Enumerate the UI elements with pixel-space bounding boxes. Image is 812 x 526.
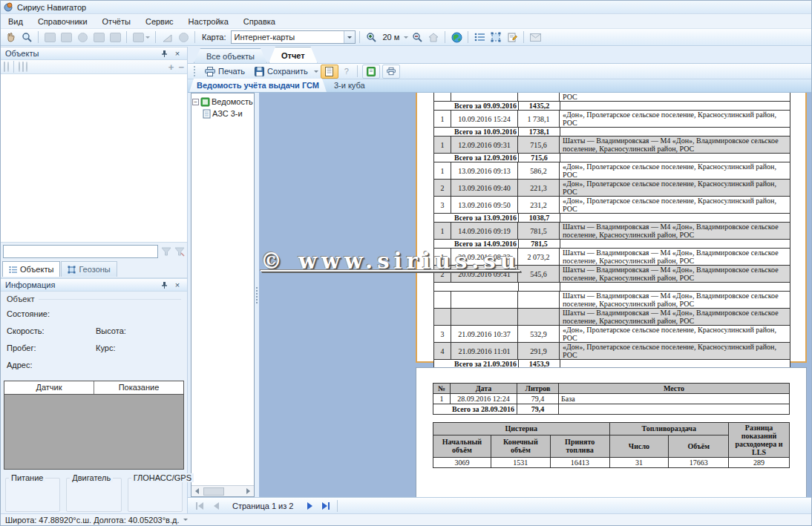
tab-all-objects[interactable]: Все объекты	[194, 48, 267, 63]
next-page-button[interactable]	[302, 499, 317, 513]
zoom-out-icon[interactable]	[410, 30, 425, 45]
notes-icon[interactable]	[505, 30, 520, 45]
add-object-button[interactable]: +	[168, 62, 174, 73]
tree-horizontal-scrollbar[interactable]	[191, 485, 254, 496]
help-button[interactable]: ?	[341, 65, 353, 79]
clear-filter-icon[interactable]	[174, 246, 185, 257]
area-measure-icon[interactable]	[176, 30, 191, 45]
flag-icon[interactable]	[108, 30, 122, 45]
tab-objects[interactable]: Объекты	[2, 261, 60, 277]
save-options-caret[interactable]	[314, 70, 318, 73]
select-polygon-icon[interactable]	[59, 30, 73, 45]
sensor-table-body[interactable]	[4, 395, 183, 469]
last-page-button[interactable]	[318, 499, 333, 513]
tree-item-vedomost[interactable]: − Ведомость	[192, 96, 253, 108]
col-final-volume: Конечный объём	[491, 435, 550, 457]
menu-servis[interactable]: Сервис	[138, 16, 181, 27]
object-filter-input[interactable]	[3, 245, 158, 258]
zoom-tool-icon[interactable]	[19, 30, 34, 45]
sphere-icon[interactable]	[26, 62, 27, 71]
report-viewer[interactable]: РОСВсего за 09.09.20161435,2110.09.2016 …	[259, 93, 811, 497]
menu-vid[interactable]: Вид	[1, 16, 30, 27]
object-list-icon[interactable]	[472, 30, 487, 45]
scroll-left-arrow[interactable]	[191, 486, 203, 496]
layers-dropdown-icon[interactable]	[131, 30, 151, 45]
report-cell	[434, 309, 451, 325]
tab-all-objects-label: Все объекты	[206, 52, 255, 61]
pan-hand-icon[interactable]	[3, 30, 18, 45]
toolbar-separator	[38, 31, 39, 43]
zoom-in-icon[interactable]	[364, 30, 379, 45]
report-row: 113.09.2016 09:13586,2«Дон», Пролетарско…	[434, 162, 790, 180]
report-cell: 715,6	[519, 154, 560, 162]
table-values-row: 3069 1531 16413 31 17663 289	[433, 458, 790, 468]
parameters-button[interactable]	[362, 65, 380, 79]
save-button[interactable]: Сохранить	[251, 65, 312, 79]
report-cell: Шахты — Владимировская — М4 «Дон», Влади…	[560, 266, 790, 282]
select-circle-icon[interactable]	[75, 30, 90, 45]
gps-label: ГЛОНАСС/GPS	[131, 473, 194, 482]
toolbar-separator	[194, 31, 195, 43]
print-button[interactable]: Печать	[201, 65, 249, 79]
mail-icon[interactable]	[528, 30, 543, 45]
tab-gsm-report[interactable]: Ведомость учёта выдачи ГСМ	[189, 79, 327, 92]
close-icon[interactable]: ×	[172, 280, 183, 290]
report-cell: Шахты — Владимировская — М4 «Дон», Влади…	[560, 249, 790, 265]
globe-icon[interactable]	[449, 30, 464, 45]
bounds-icon[interactable]	[488, 30, 503, 45]
left-tab-strip: Объекты Геозоны	[1, 260, 187, 278]
ruler-icon[interactable]	[160, 30, 174, 45]
pin-icon[interactable]	[159, 48, 169, 59]
save-label: Сохранить	[267, 67, 308, 76]
col-header-place: Место	[559, 384, 790, 394]
previous-page-button[interactable]	[209, 499, 223, 513]
scroll-right-arrow[interactable]	[243, 486, 254, 496]
map-select-caret[interactable]	[344, 31, 355, 43]
report-cell: Всего за 14.09.2016	[434, 240, 519, 248]
table-header-row: № Дата Литров Место	[433, 384, 790, 394]
menu-spravka[interactable]: Справка	[236, 16, 283, 27]
select-rect-icon[interactable]	[42, 30, 57, 45]
toolbar-grip[interactable]	[194, 66, 196, 76]
link-icon[interactable]	[7, 62, 9, 71]
report-cell: 781,5	[519, 240, 560, 248]
truck-icon[interactable]	[22, 62, 24, 71]
scrollbar-thumb[interactable]	[203, 487, 224, 496]
globe-gray-icon[interactable]	[19, 62, 20, 71]
pin-icon[interactable]	[159, 280, 169, 290]
tab-3i-kuba[interactable]: 3-и куба	[327, 79, 373, 92]
page-setup-button[interactable]	[382, 65, 400, 79]
tree-item-azs[interactable]: АЗС 3-и	[192, 108, 253, 119]
objects-list[interactable]	[1, 74, 187, 243]
filter-row	[1, 243, 187, 260]
tab-3i-kuba-label: 3-и куба	[334, 81, 365, 90]
document-map-toggle[interactable]	[321, 65, 338, 79]
zoom-level-value[interactable]: 20 м	[380, 33, 403, 42]
vehicle-icon[interactable]	[4, 62, 5, 71]
menu-nastroyka[interactable]: Настройка	[181, 16, 236, 27]
status-options-caret[interactable]	[183, 519, 188, 521]
power-indicator: Питание	[5, 478, 60, 512]
filter-icon[interactable]	[161, 246, 171, 257]
tab-geozones[interactable]: Геозоны	[61, 261, 117, 277]
close-icon[interactable]: ×	[172, 48, 183, 59]
menu-otchety[interactable]: Отчёты	[95, 16, 138, 27]
report-cell: 532,9	[518, 326, 560, 342]
map-select[interactable]: Интернет-карты	[231, 30, 356, 44]
col-initial-volume: Начальный объём	[433, 435, 491, 457]
report-tree-panel: − Ведомость АЗС 3-и	[191, 93, 255, 497]
report-row: РОС	[434, 93, 790, 102]
page-icon	[203, 109, 211, 119]
report-cell	[434, 93, 451, 101]
table-total-row: Всего за 28.09.2016 79,4	[433, 404, 790, 415]
report-row: 110.09.2016 15:241 738,1«Дон», Пролетарс…	[434, 111, 790, 128]
menu-spravochniki[interactable]: Справочники	[30, 16, 95, 27]
home-icon[interactable]	[426, 30, 441, 45]
zoom-level-caret[interactable]	[404, 36, 408, 39]
select-square-icon[interactable]	[91, 30, 106, 45]
collapse-icon[interactable]: −	[192, 99, 199, 105]
first-page-button[interactable]	[192, 499, 207, 513]
print-label: Печать	[218, 67, 245, 76]
remove-object-button[interactable]: −	[178, 62, 184, 73]
tab-report[interactable]: Отчет	[269, 47, 318, 63]
